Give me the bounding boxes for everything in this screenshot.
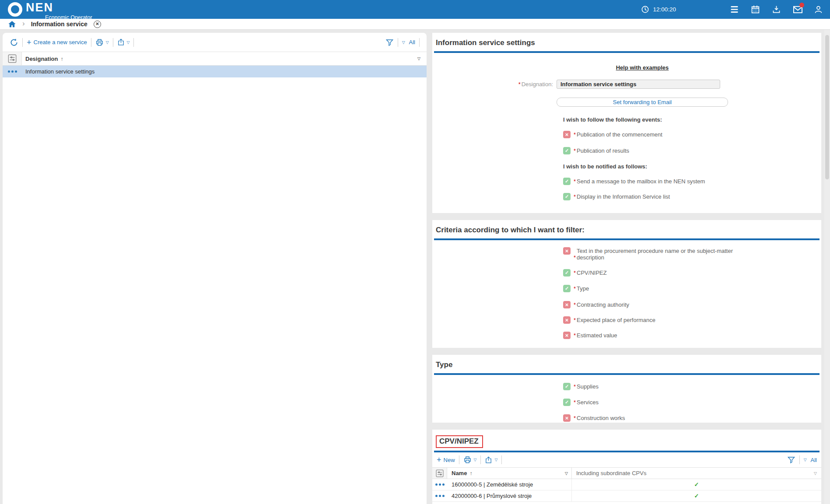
column-settings-icon	[435, 469, 444, 478]
export-button[interactable]: ▽	[117, 38, 130, 46]
checkbox-expected-place[interactable]: × *Expected place of performance	[563, 316, 655, 324]
column-filter-icon[interactable]: ▽	[417, 56, 420, 61]
filter-preset-dropdown-icon[interactable]: ▽	[804, 458, 807, 462]
divider	[501, 455, 502, 464]
checkbox-cross-icon[interactable]: ×	[563, 247, 571, 255]
user-profile-icon[interactable]	[814, 5, 823, 14]
unread-badge	[799, 3, 804, 7]
export-dropdown-icon[interactable]: ▽	[127, 40, 130, 45]
checkbox-check-icon[interactable]: ✓	[563, 399, 571, 406]
filter-all-label[interactable]: All	[811, 457, 817, 463]
service-table-row[interactable]: Information service settings	[3, 66, 427, 77]
checkbox-publication-results[interactable]: ✓ *Publication of results	[563, 147, 629, 154]
cpv-table-header: Name↑ ▽ Including subordinate CPVs ▽	[432, 468, 821, 479]
checkbox-check-icon[interactable]: ✓	[563, 383, 571, 390]
sort-asc-icon: ↑	[60, 56, 63, 62]
print-button[interactable]: ▽	[95, 38, 109, 46]
section-type: Type ✓ *Supplies ✓ *Services × *Construc…	[432, 355, 821, 423]
section-rule	[434, 51, 819, 53]
checkbox-estimated-value[interactable]: × *Estimated value	[563, 332, 617, 339]
subordinate-check-icon: ✓	[572, 481, 821, 488]
close-tab-icon[interactable]: ✕	[94, 21, 101, 28]
section-rule	[434, 373, 819, 375]
cpv-print-button[interactable]: ▽	[463, 456, 477, 464]
checkbox-cross-icon[interactable]: ×	[563, 131, 571, 138]
checkbox-cross-icon[interactable]: ×	[563, 301, 571, 308]
brand: NEN Economic Operator	[8, 2, 92, 21]
divider	[799, 455, 800, 464]
clock-icon	[641, 5, 649, 14]
create-new-service-button[interactable]: + Create a new service	[27, 38, 87, 46]
menu-icon[interactable]	[730, 5, 739, 14]
designation-label: *Designation:	[432, 80, 553, 88]
filter-funnel-icon[interactable]	[787, 456, 795, 464]
print-dropdown-icon[interactable]: ▽	[474, 458, 477, 462]
subordinate-column-header[interactable]: Including subordinate CPVs ▽	[572, 468, 821, 479]
print-dropdown-icon[interactable]: ▽	[106, 40, 109, 45]
column-settings-cell[interactable]	[3, 52, 22, 65]
name-column-header[interactable]: Name↑ ▽	[447, 468, 572, 479]
refresh-icon[interactable]	[10, 38, 18, 47]
downloads-icon[interactable]	[772, 5, 781, 14]
cpv-table-row[interactable]: 42000000-6 | Průmyslové stroje ✓	[432, 490, 821, 502]
checkbox-construction-works[interactable]: × *Construction works	[563, 414, 625, 422]
section-settings: Information service settings Help with e…	[432, 33, 821, 213]
filter-all-label[interactable]: All	[409, 39, 415, 46]
row-menu-icon[interactable]	[432, 483, 447, 486]
export-dropdown-icon[interactable]: ▽	[494, 458, 497, 462]
checkbox-check-icon[interactable]: ✓	[563, 285, 571, 292]
divider	[91, 38, 91, 47]
notify-group-label: I wish to be notified as follows:	[563, 163, 647, 170]
checkbox-check-icon[interactable]: ✓	[563, 193, 571, 200]
filter-preset-dropdown-icon[interactable]: ▽	[402, 40, 405, 45]
checkbox-supplies[interactable]: ✓ *Supplies	[563, 383, 599, 390]
breadcrumb: › Information service ✕	[0, 19, 830, 30]
checkbox-cross-icon[interactable]: ×	[563, 414, 571, 422]
checkbox-cross-icon[interactable]: ×	[563, 332, 571, 339]
home-icon[interactable]	[8, 20, 16, 28]
checkbox-check-icon[interactable]: ✓	[563, 178, 571, 185]
service-table-header: Designation↑ ▽	[3, 52, 427, 66]
designation-input[interactable]	[557, 80, 720, 89]
plus-icon: +	[27, 38, 32, 46]
checkbox-display-information-service[interactable]: ✓ *Display in the Information Service li…	[563, 193, 670, 200]
nen-logo-icon	[8, 2, 22, 17]
subordinate-check-icon: ✓	[572, 493, 821, 499]
calendar-icon[interactable]	[751, 5, 760, 14]
checkbox-publication-commencement[interactable]: × *Publication of the commencement	[563, 131, 662, 138]
cpv-new-button[interactable]: + New	[437, 456, 455, 464]
section-criteria: Criteria according to which I want to fi…	[432, 220, 821, 348]
column-settings-cell[interactable]	[432, 468, 447, 479]
checkbox-send-message-mailbox[interactable]: ✓ *Send a message to the mailbox in the …	[563, 178, 705, 185]
section-type-title: Type	[432, 355, 821, 373]
cpv-export-button[interactable]: ▽	[485, 456, 497, 464]
cpv-row-name: 42000000-6 | Průmyslové stroje	[447, 490, 572, 501]
cpv-table-row[interactable]: 16000000-5 | Zemědělské stroje ✓	[432, 479, 821, 490]
checkbox-contracting-authority[interactable]: × *Contracting authority	[563, 301, 629, 308]
checkbox-services[interactable]: ✓ *Services	[563, 399, 599, 406]
column-filter-icon[interactable]: ▽	[565, 471, 568, 476]
column-filter-icon[interactable]: ▽	[814, 471, 817, 476]
checkbox-cross-icon[interactable]: ×	[563, 316, 571, 324]
row-menu-icon[interactable]	[3, 70, 22, 73]
section-cpv-title: CPV/NIPEZ	[436, 435, 483, 448]
scrollbar-thumb[interactable]	[825, 35, 829, 179]
set-forwarding-email-button[interactable]: Set forwarding to Email	[557, 98, 728, 107]
events-group-label: I wish to follow the following events:	[563, 116, 662, 123]
checkbox-type[interactable]: ✓ *Type	[563, 285, 589, 292]
checkbox-check-icon[interactable]: ✓	[563, 147, 571, 154]
filter-funnel-icon[interactable]	[385, 38, 394, 46]
brand-name: NEN	[26, 2, 92, 14]
printer-icon	[463, 456, 472, 464]
messages-icon[interactable]	[793, 5, 802, 14]
cpv-table: Name↑ ▽ Including subordinate CPVs ▽ 160…	[432, 467, 821, 502]
divider	[419, 38, 420, 47]
checkbox-cpv-nipez[interactable]: ✓ *CPV/NIPEZ	[563, 269, 607, 276]
checkbox-check-icon[interactable]: ✓	[563, 269, 571, 276]
scrollbar-track[interactable]	[824, 30, 830, 504]
row-menu-icon[interactable]	[432, 495, 447, 497]
designation-column-header[interactable]: Designation↑	[22, 56, 63, 62]
service-list-panel: + Create a new service ▽ ▽ ▽ All Designa…	[3, 33, 427, 504]
checkbox-text-in-name[interactable]: × *Text in the procurement procedure nam…	[563, 247, 739, 261]
help-with-examples-link[interactable]: Help with examples	[616, 64, 669, 71]
